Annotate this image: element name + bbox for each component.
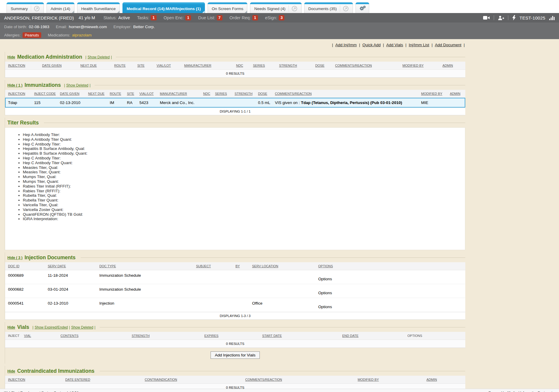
options-link[interactable]: Options: [318, 298, 465, 312]
tab-health-surveillance[interactable]: Health Surveillance: [77, 2, 120, 13]
show-deleted-link[interactable]: Show Deleted: [87, 55, 110, 59]
due-list-badge[interactable]: 7: [217, 15, 222, 20]
col-contents[interactable]: CONTENTS: [60, 334, 132, 337]
tab-needs-signed[interactable]: Needs Signed (4): [250, 2, 301, 13]
col-dose[interactable]: DOSE: [258, 92, 275, 95]
col-vial-lot[interactable]: VIAL/LOT: [157, 64, 184, 67]
hide-link[interactable]: Hide ( 1 ): [7, 83, 23, 87]
col-strength[interactable]: STRENGTH: [235, 92, 258, 95]
col-injection[interactable]: INJECTION: [8, 92, 34, 95]
tasks-badge[interactable]: 1: [151, 15, 156, 20]
col-subject[interactable]: SUBJECT: [196, 264, 235, 268]
allergy-badge[interactable]: Peanuts: [23, 32, 42, 38]
col-modified-by[interactable]: MODIFIED BY: [358, 378, 426, 381]
immunization-row-tdap[interactable]: Tdap 115 02-13-2010 IM RA 5423 Merck and…: [5, 98, 465, 108]
col-strength[interactable]: STRENGTH: [132, 334, 204, 337]
show-deleted-link[interactable]: Show Deleted: [66, 83, 88, 87]
order-req-counter[interactable]: Order Req: 1: [230, 15, 258, 20]
inj-imm-list-link[interactable]: Inj/Imm List: [409, 43, 429, 47]
hide-link[interactable]: Hide: [7, 369, 15, 373]
add-vials-link[interactable]: Add Vials: [386, 43, 403, 47]
col-expires[interactable]: EXPIRES: [204, 334, 262, 337]
due-list-counter[interactable]: Due List: 7: [198, 15, 222, 20]
col-start-date[interactable]: START DATE: [262, 334, 342, 337]
document-row[interactable]: 0000689 11-18-2024 Immunization Schedule…: [5, 270, 465, 284]
options-label[interactable]: Options: [318, 277, 332, 281]
options-link[interactable]: Options: [318, 270, 465, 284]
open-enc-counter[interactable]: Open Enc: 1: [164, 15, 191, 20]
document-row[interactable]: 0000541 02-13-2010 Injection Office Opti…: [5, 298, 465, 312]
col-series[interactable]: SERIES: [215, 92, 235, 95]
col-injection[interactable]: INJECTION: [8, 64, 42, 67]
tab-summary[interactable]: Summary: [7, 2, 44, 13]
col-date-given[interactable]: DATE GIVEN: [42, 64, 80, 67]
lightning-bolt-icon[interactable]: [512, 15, 516, 20]
col-ndc[interactable]: NDC: [203, 92, 215, 95]
show-expired-link[interactable]: Show Expired/Ended: [35, 325, 68, 329]
add-document-link[interactable]: Add Document: [435, 43, 461, 47]
col-date-entered[interactable]: DATE ENTERED: [65, 378, 145, 381]
tab-medical-record[interactable]: Medical Record (14):MAR/Injections (1): [122, 2, 205, 13]
col-site[interactable]: SITE: [127, 92, 139, 95]
quick-add-link[interactable]: Quick Add: [362, 43, 381, 47]
summary-popout-button[interactable]: [31, 5, 40, 12]
options-link[interactable]: Options: [318, 284, 465, 298]
col-next-due[interactable]: NEXT DUE: [88, 92, 110, 95]
medications-value[interactable]: alprazolam: [72, 33, 92, 37]
col-dose[interactable]: DOSE: [315, 64, 335, 67]
tasks-counter[interactable]: Tasks: 1: [137, 15, 156, 20]
needs-signed-popout-button[interactable]: [289, 5, 297, 12]
esign-badge[interactable]: 3: [279, 15, 284, 20]
bar-chart-icon[interactable]: [549, 15, 555, 20]
esign-counter[interactable]: eSign: 3: [265, 15, 284, 20]
col-site[interactable]: SITE: [137, 64, 157, 67]
col-series[interactable]: SERIES: [253, 64, 279, 67]
col-date-given[interactable]: DATE GIVEN: [60, 92, 88, 95]
col-modified-by[interactable]: MODIFIED BY: [402, 64, 442, 67]
add-injections-for-vials-button[interactable]: Add Injections for Vials: [211, 351, 259, 359]
add-person-icon[interactable]: [498, 15, 504, 20]
col-serv-date[interactable]: SERV DATE: [48, 264, 99, 268]
col-comments[interactable]: COMMENTS/REACTION: [335, 64, 402, 67]
show-deleted-link[interactable]: Show Deleted: [71, 325, 93, 329]
col-contraindication[interactable]: CONTRAINDICATION: [145, 378, 245, 381]
video-camera-icon[interactable]: [483, 15, 490, 20]
col-injection[interactable]: INJECTION: [8, 378, 65, 381]
col-admin[interactable]: ADMIN: [450, 92, 465, 95]
col-end-date[interactable]: END DATE: [342, 334, 407, 337]
col-comments[interactable]: COMMENTS/REACTION: [275, 92, 421, 95]
col-vial-lot[interactable]: VIAL/LOT: [139, 92, 160, 95]
col-modified-by[interactable]: MODIFIED BY: [421, 92, 450, 95]
hide-link[interactable]: Hide: [7, 325, 15, 329]
col-doc-type[interactable]: DOC TYPE: [99, 264, 196, 268]
tab-settings-button[interactable]: [356, 2, 369, 13]
col-admin[interactable]: ADMIN: [442, 64, 465, 67]
documents-popout-button[interactable]: [340, 5, 349, 12]
col-inject-code[interactable]: INJECT CODE: [34, 92, 60, 95]
col-serv-location[interactable]: SERV LOCATION: [252, 264, 318, 268]
hide-link[interactable]: Hide ( 3 ): [7, 256, 23, 260]
add-inj-imm-link[interactable]: Add Inj/Imm: [335, 43, 357, 47]
col-route[interactable]: ROUTE: [110, 92, 127, 95]
order-req-badge[interactable]: 1: [252, 15, 258, 20]
col-next-due[interactable]: NEXT DUE: [80, 64, 114, 67]
col-comments[interactable]: COMMENTS/REACTION: [245, 378, 358, 381]
open-enc-badge[interactable]: 1: [185, 15, 191, 20]
col-ndc[interactable]: NDC: [236, 64, 253, 67]
col-strength[interactable]: STRENGTH: [279, 64, 315, 67]
tab-on-screen-forms[interactable]: On Screen Forms: [208, 2, 248, 13]
col-by[interactable]: BY: [235, 264, 252, 268]
document-row[interactable]: 0000682 03-01-2024 Immunization Schedule…: [5, 284, 465, 298]
col-route[interactable]: ROUTE: [114, 64, 137, 67]
tab-documents[interactable]: Documents (35): [304, 2, 353, 13]
col-options[interactable]: OPTIONS: [318, 264, 465, 268]
col-admin[interactable]: ADMIN: [426, 378, 465, 381]
col-manufacturer[interactable]: MANUFACTURER: [184, 64, 236, 67]
options-label[interactable]: Options: [318, 291, 332, 295]
col-doc-id[interactable]: DOC ID: [8, 264, 48, 268]
col-vial[interactable]: VIAL: [24, 334, 60, 337]
col-manufacturer[interactable]: MANUFACTURER: [160, 92, 203, 95]
tab-admin[interactable]: Admin (14): [47, 2, 74, 13]
hide-link[interactable]: Hide: [7, 55, 15, 59]
options-label[interactable]: Options: [318, 305, 332, 309]
